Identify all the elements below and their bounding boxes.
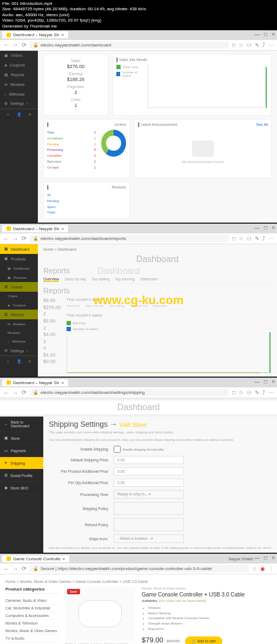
menu-icon[interactable]: ⋯ (268, 42, 274, 48)
maximize-icon[interactable]: □ (264, 225, 267, 231)
sidebar-products-sub[interactable]: ▣ Products (0, 273, 38, 282)
star-icon[interactable]: ☆ (239, 390, 243, 395)
sidebar-reports[interactable]: ▤ Reports (0, 70, 38, 80)
bookmark-icon[interactable]: □ (232, 390, 235, 395)
minimize-icon[interactable]: — (254, 379, 260, 385)
bookmark-icon[interactable]: □ (232, 42, 235, 48)
menu-icon[interactable]: ⋯ (268, 390, 274, 395)
settings-store[interactable]: ▣ Store (0, 432, 43, 445)
maximize-icon[interactable]: □ (264, 555, 267, 561)
proc-select[interactable]: Ready to ship in... ▾ (114, 490, 184, 499)
minimize-icon[interactable]: — (254, 31, 260, 37)
refresh-button[interactable]: ⟳ (22, 235, 27, 242)
cat-item[interactable]: Car, Motorbike & Industrial (5, 605, 60, 612)
cat-item[interactable]: TV & Audio (5, 635, 60, 642)
user-icon[interactable]: 👤 (17, 112, 22, 117)
people-icon[interactable]: ⚇ (247, 42, 252, 48)
back-button[interactable]: ← (3, 236, 9, 242)
sidebar-settings[interactable]: ⚙ Settings › (0, 99, 38, 109)
sidebar-settings[interactable]: ⚙ Settings › (0, 346, 38, 355)
forward-button[interactable]: → (12, 390, 18, 396)
share-icon[interactable]: ⤴ (262, 390, 265, 395)
minimize-icon[interactable]: — (254, 225, 260, 231)
share-icon[interactable]: ⤴ (262, 236, 265, 242)
tab-top-selling[interactable]: Top selling (91, 277, 109, 282)
minimize-icon[interactable]: — (254, 555, 260, 561)
star-icon[interactable]: ☆ (239, 236, 243, 242)
sidebar-coupons[interactable]: ◈ Coupons (0, 61, 38, 70)
sidebar-reviews[interactable]: ✉ Reviews (0, 319, 38, 328)
ships-select[interactable]: - Select a location - ▾ (114, 534, 184, 543)
browser-tab[interactable]: Dashboard – Nayyar Sh× (2, 379, 68, 386)
address-bar[interactable]: 🔒Secure | https://electro.nayyarshaikh.c… (30, 565, 249, 572)
close-tab-icon[interactable]: × (63, 556, 65, 561)
bookmark-icon[interactable]: □ (232, 236, 235, 242)
ship-pol-input[interactable] (114, 502, 184, 515)
close-icon[interactable]: × (272, 555, 275, 561)
sidebar-reports[interactable]: ▥ Reports (0, 310, 38, 319)
refresh-button[interactable]: ⟳ (22, 565, 27, 572)
sidebar-reviews[interactable]: ✉ Reviews (0, 80, 38, 90)
cat-item[interactable]: Cameras, Audio & Video (5, 597, 60, 605)
note-icon[interactable]: ✎ (255, 42, 259, 48)
product-image[interactable]: Sale! (65, 587, 135, 641)
browser-tab[interactable]: Dashboard – Nayyar Sh× (2, 225, 68, 232)
ext-icon[interactable]: ◉ (260, 566, 265, 572)
star-icon[interactable]: ☆ (252, 566, 257, 572)
cat-item[interactable]: Computers & Accessories (5, 612, 60, 620)
address-bar[interactable]: 🔒electro.nayyarshaikh.com/dashboard/sett… (30, 389, 229, 396)
see-all-link[interactable]: See All (256, 123, 268, 126)
sidebar-coupons[interactable]: ◈ Coupons (0, 300, 38, 310)
enable-checkbox[interactable] (114, 446, 121, 453)
people-icon[interactable]: ⚇ (247, 236, 252, 242)
sidebar-orders[interactable]: ▣ Orders (0, 51, 38, 61)
settings-payment[interactable]: ▭ Payment (0, 445, 43, 457)
logout-icon[interactable]: ⎋ (29, 359, 31, 364)
refresh-button[interactable]: ⟳ (22, 42, 27, 49)
people-icon[interactable]: ⚇ (247, 390, 252, 395)
add-cart-button[interactable]: 🛒 Add to cart (185, 636, 222, 644)
close-icon[interactable]: × (272, 31, 275, 37)
refresh-button[interactable]: ⟳ (22, 389, 27, 396)
ref-pol-input[interactable] (114, 518, 184, 531)
back-dashboard[interactable]: ← Back to Dashboard (0, 417, 43, 432)
close-tab-icon[interactable]: × (61, 32, 64, 37)
cat-item[interactable]: Movies & Televison (5, 620, 60, 627)
settings-seo[interactable]: ◉ Store SEO (0, 482, 43, 494)
menu-icon[interactable]: ⋮ (268, 566, 274, 572)
visit-store-link[interactable]: Visit Store (120, 421, 147, 428)
close-tab-icon[interactable]: × (61, 226, 64, 231)
sidebar-orders-sub[interactable]: Orders (0, 292, 38, 300)
maximize-icon[interactable]: □ (264, 379, 267, 385)
default-input[interactable] (114, 456, 184, 464)
back-button[interactable]: ← (3, 390, 9, 396)
sidebar-dashboard-sub[interactable]: ▦ Dashboard (0, 264, 38, 273)
sidebar-products[interactable]: ▣ Products (0, 254, 38, 264)
cat-item[interactable]: Movies, Music & Video Games (5, 627, 60, 635)
home-icon[interactable]: ⌂ (7, 359, 9, 364)
address-bar[interactable]: 🔒electro.nayyarshaikh.com/dashboard/repo… (30, 235, 229, 242)
forward-button[interactable]: → (12, 236, 18, 242)
back-button[interactable]: ← (3, 566, 9, 572)
close-icon[interactable]: × (272, 379, 275, 385)
browser-tab[interactable]: Dashboard – Nayyar Sh× (2, 31, 68, 38)
share-icon[interactable]: ⤴ (262, 42, 265, 48)
forward-button[interactable]: → (12, 42, 18, 48)
sidebar-dashboard[interactable]: ▦ Dashboard (0, 244, 38, 254)
home-icon[interactable]: ⌂ (7, 112, 9, 117)
sidebar-withdraw[interactable]: ↓ Withdraw (0, 90, 38, 99)
star-icon[interactable]: ☆ (239, 42, 243, 48)
settings-shipping[interactable]: ✈ Shipping (0, 457, 43, 469)
note-icon[interactable]: ✎ (255, 390, 259, 395)
back-button[interactable]: ← (3, 42, 9, 48)
menu-icon[interactable]: ⋯ (268, 236, 274, 242)
maximize-icon[interactable]: □ (264, 31, 267, 37)
address-bar[interactable]: 🔒electro.nayyarshaikh.com/dashboard (30, 42, 229, 49)
browser-tab[interactable]: Game Console Controlle× (2, 555, 69, 562)
settings-social[interactable]: ☰ Social Profile (0, 469, 43, 482)
tab-top-earning[interactable]: Top earning (115, 277, 135, 282)
sidebar-orders[interactable]: ▤ Orders (0, 282, 38, 292)
perqty-input[interactable] (114, 479, 184, 487)
tab-statement[interactable]: Statement (140, 277, 157, 282)
tab-sales-day[interactable]: Sales by day (64, 277, 86, 282)
